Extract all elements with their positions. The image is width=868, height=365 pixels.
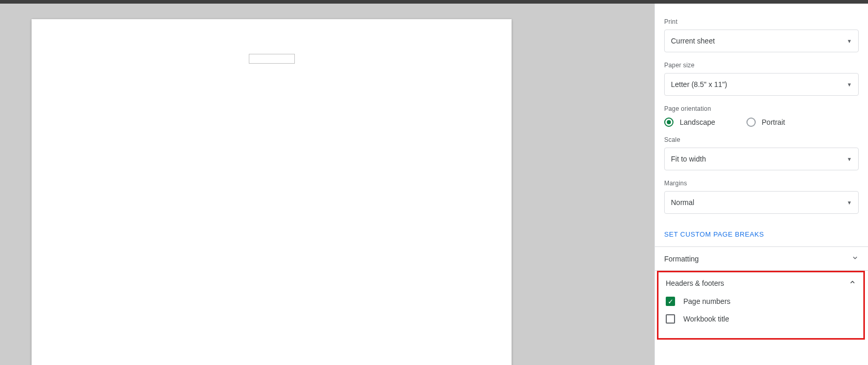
formatting-label: Formatting [664,255,699,263]
dropdown-caret-icon: ▼ [847,82,852,87]
orientation-portrait-label: Portrait [762,118,785,126]
scale-label: Scale [664,136,859,143]
checkbox-checked-icon: ✓ [666,297,675,306]
dropdown-caret-icon: ▼ [847,200,852,206]
formatting-collapsible[interactable]: Formatting [655,247,868,270]
margins-select[interactable]: Normal ▼ [664,191,859,214]
checkbox-unchecked-icon [666,314,675,324]
chevron-up-icon [849,279,856,287]
paper-size-select[interactable]: Letter (8.5" x 11") ▼ [664,73,859,96]
headers-footers-highlight: Headers & footers ✓ Page numbers Workboo… [657,271,865,340]
print-label: Print [664,18,859,25]
workbook-title-checkbox-row[interactable]: Workbook title [659,310,863,328]
set-custom-page-breaks-link[interactable]: SET CUSTOM PAGE BREAKS [664,223,859,246]
orientation-landscape-label: Landscape [680,118,715,126]
workbook-title-label: Workbook title [683,315,729,323]
orientation-portrait-radio[interactable]: Portrait [746,118,785,127]
radio-selected-icon [664,118,674,127]
scale-select[interactable]: Fit to width ▼ [664,148,859,170]
print-preview-area [0,4,654,365]
scale-value: Fit to width [671,155,706,163]
paper-size-label: Paper size [664,62,859,69]
page-numbers-checkbox-row[interactable]: ✓ Page numbers [659,293,863,310]
print-select[interactable]: Current sheet ▼ [664,30,859,52]
scale-section: Scale Fit to width ▼ [655,136,868,180]
chevron-down-icon [851,254,859,263]
orientation-label: Page orientation [664,105,859,112]
radio-unselected-icon [746,118,756,127]
margins-value: Normal [671,198,694,207]
dropdown-caret-icon: ▼ [847,38,852,44]
paper-size-value: Letter (8.5" x 11") [671,80,727,89]
print-select-value: Current sheet [671,37,715,45]
page-header-placeholder [249,54,295,64]
dropdown-caret-icon: ▼ [847,156,852,162]
paper-size-section: Paper size Letter (8.5" x 11") ▼ [655,62,868,105]
orientation-section: Page orientation Landscape Portrait [655,105,868,136]
print-section: Print Current sheet ▼ [655,18,868,62]
margins-section: Margins Normal ▼ [655,180,868,223]
page-preview [32,19,512,365]
orientation-landscape-radio[interactable]: Landscape [664,118,715,127]
page-numbers-label: Page numbers [683,297,730,305]
margins-label: Margins [664,180,859,187]
top-toolbar-strip [0,0,868,4]
headers-footers-label: Headers & footers [666,279,724,287]
headers-footers-collapsible[interactable]: Headers & footers [659,272,863,293]
main-container: Print Current sheet ▼ Paper size Letter … [0,4,868,365]
print-settings-sidebar: Print Current sheet ▼ Paper size Letter … [654,4,868,365]
